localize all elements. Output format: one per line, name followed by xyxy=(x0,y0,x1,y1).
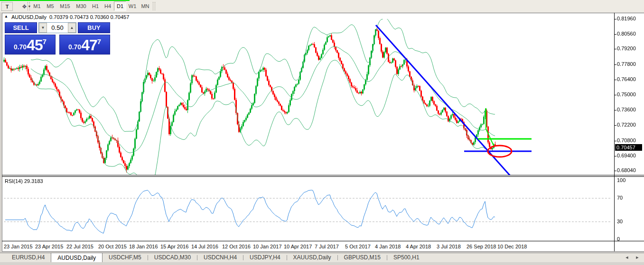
timeframe-button-M15[interactable]: M15 xyxy=(57,1,73,11)
status-strip xyxy=(0,262,644,265)
tab-scroll-left-button[interactable]: ◄ xyxy=(623,254,631,261)
price-tick-label: 0.80560 xyxy=(617,31,636,37)
volume-decrease-button[interactable]: ▼ xyxy=(39,23,47,33)
toolbar-separator xyxy=(153,2,155,10)
symbol-tab-AUDUSD[interactable]: AUDUSD,Daily xyxy=(51,253,103,262)
time-tick-label: 26 Sep 2018 xyxy=(467,244,496,249)
rsi-indicator-canvas[interactable] xyxy=(3,177,614,241)
volume-increase-button[interactable]: ▲ xyxy=(68,23,76,33)
buy-price-big: 47 xyxy=(81,38,97,52)
timeframe-button-M30[interactable]: M30 xyxy=(73,1,89,11)
price-tick-mark xyxy=(615,110,616,110)
time-tick-label: 5 Oct 2017 xyxy=(345,244,371,249)
tab-bar-pad xyxy=(0,253,6,262)
window-top-accent-line xyxy=(0,0,130,1)
toolbar: T ❖ ▾ M1M5M15M30H1H4D1W1MN xyxy=(0,0,644,12)
one-click-trade-panel: SELL ▼ ▲ BUY 0.70457 0.70477 xyxy=(5,22,110,55)
rsi-scale-label: 100 xyxy=(617,177,625,183)
volume-stepper: ▼ ▲ xyxy=(38,22,76,33)
time-tick-label: 10 Apr 2017 xyxy=(284,244,312,249)
timeframe-button-W1[interactable]: W1 xyxy=(126,1,139,11)
toolbar-separator xyxy=(28,2,30,10)
price-tick-label: 0.81960 xyxy=(617,16,636,21)
mt4-window: T ❖ ▾ M1M5M15M30H1H4D1W1MN ▲ AUDUSD,Dail… xyxy=(0,0,644,265)
sell-price-sup: 7 xyxy=(43,37,47,46)
symbol-tab-USDCNH[interactable]: USDCNH,H4 xyxy=(197,253,243,262)
time-tick-label: 3 Jul 2018 xyxy=(437,244,461,249)
price-tick-mark xyxy=(615,141,616,141)
time-tick-label: 10 Dec 2018 xyxy=(497,244,527,249)
rsi-scale-label: 30 xyxy=(617,219,623,224)
price-tick-mark xyxy=(615,64,616,65)
time-tick-label: 7 Jul 2017 xyxy=(315,244,339,249)
timeframe-button-MN[interactable]: MN xyxy=(139,1,152,11)
symbol-tab-USDCHF[interactable]: USDCHF,M5 xyxy=(103,253,148,262)
price-tick-label: 0.72200 xyxy=(617,122,636,128)
price-tick-mark xyxy=(615,80,616,80)
price-tick-mark xyxy=(615,49,616,49)
price-tick-mark xyxy=(615,95,616,95)
sell-price[interactable]: 0.70457 xyxy=(5,35,56,55)
symbol-tab-bar: EURUSD,H4AUDUSD,DailyUSDCHF,M5USDCAD,M30… xyxy=(0,253,644,262)
pane-separator[interactable] xyxy=(2,176,644,177)
sell-button[interactable]: SELL xyxy=(5,22,37,33)
time-axis-border xyxy=(2,241,644,241)
timeframe-button-H1[interactable]: H1 xyxy=(89,1,102,11)
time-tick-label: 10 Jan 2017 xyxy=(253,244,282,249)
symbol-tab-XAUUSD[interactable]: XAUUSD,Daily xyxy=(287,253,337,262)
collapse-arrow-icon[interactable]: ▲ xyxy=(4,14,8,18)
price-tick-label: 0.77800 xyxy=(617,61,636,67)
tab-scroll-right-button[interactable]: ► xyxy=(633,254,642,261)
rsi-label: RSI(14) 29.3183 xyxy=(5,178,43,184)
symbol-tab-EURUSD[interactable]: EURUSD,H4 xyxy=(6,253,51,262)
time-tick-label: 15 Apr 2016 xyxy=(160,244,188,249)
buy-price[interactable]: 0.70477 xyxy=(59,35,110,55)
time-tick-label: 4 Jan 2018 xyxy=(375,244,401,249)
buy-price-sup: 7 xyxy=(97,37,101,46)
timeframe-button-M1[interactable]: M1 xyxy=(30,1,44,11)
time-tick-label: 14 Jul 2016 xyxy=(191,244,218,249)
price-axis-border xyxy=(614,13,615,251)
buy-button[interactable]: BUY xyxy=(78,22,110,33)
time-tick-label: 12 Oct 2016 xyxy=(222,244,251,249)
price-tick-mark xyxy=(615,125,616,126)
text-tool-button[interactable]: T xyxy=(1,2,13,11)
symbol-tab-USDJPY[interactable]: USDJPY,H4 xyxy=(243,253,286,262)
price-tick-label: 0.69400 xyxy=(617,153,636,158)
price-tick-mark xyxy=(615,19,616,19)
current-price-badge: 0.70457 xyxy=(615,144,642,151)
symbol-tab-GBPUSD[interactable]: GBPUSD,M15 xyxy=(338,253,387,262)
price-tick-label: 0.75000 xyxy=(617,91,636,97)
time-tick-label: 18 Jan 2016 xyxy=(129,244,158,249)
price-tick-label: 0.76400 xyxy=(617,76,636,82)
sell-price-big: 45 xyxy=(27,38,43,52)
time-tick-label: 4 Apr 2018 xyxy=(406,244,431,249)
price-tick-label: 0.73600 xyxy=(617,107,636,112)
rsi-scale-label: 0 xyxy=(617,236,620,242)
time-tick-label: 23 Apr 2015 xyxy=(35,244,63,249)
time-tick-label: 23 Jan 2015 xyxy=(4,244,33,249)
volume-input[interactable] xyxy=(47,23,68,33)
timeframe-button-D1[interactable]: D1 xyxy=(114,1,126,11)
price-tick-label: 0.79200 xyxy=(617,46,636,51)
pane-separator[interactable] xyxy=(2,175,644,175)
timeframe-button-H4[interactable]: H4 xyxy=(102,1,114,11)
symbol-tab-SP500[interactable]: SP500,H1 xyxy=(387,253,426,262)
price-tick-mark xyxy=(615,171,616,171)
rsi-scale-label: 70 xyxy=(617,195,623,201)
price-tick-label: 0.70800 xyxy=(617,137,636,143)
price-tick-mark xyxy=(615,156,616,156)
price-tick-label: 0.68040 xyxy=(617,167,636,173)
timeframe-button-M5[interactable]: M5 xyxy=(44,1,57,11)
sell-price-small: 0.70 xyxy=(14,43,27,51)
symbol-tab-USDCAD[interactable]: USDCAD,M30 xyxy=(148,253,197,262)
buy-price-small: 0.70 xyxy=(68,43,81,51)
draw-shapes-icon: ❖ xyxy=(22,3,27,10)
price-tick-mark xyxy=(615,34,616,35)
time-tick-label: 20 Oct 2015 xyxy=(98,244,127,249)
time-tick-label: 22 Jul 2015 xyxy=(66,244,93,249)
